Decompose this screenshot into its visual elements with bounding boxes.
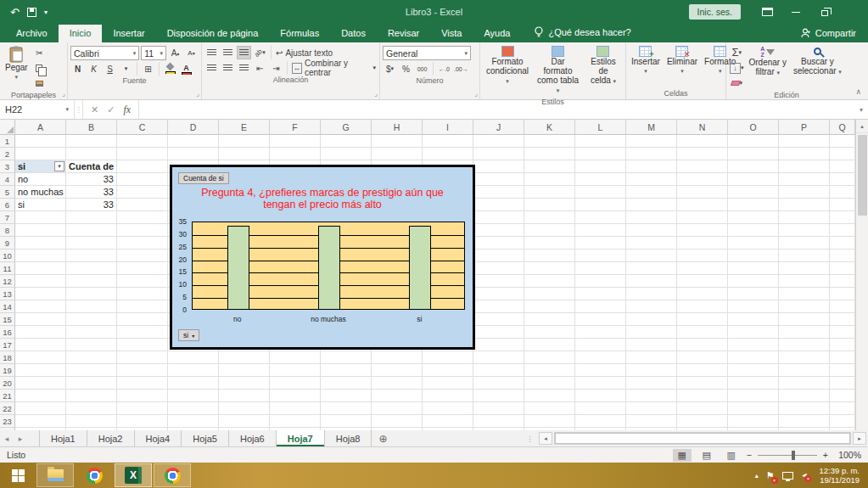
cell-N19[interactable] xyxy=(677,364,728,377)
cell-P18[interactable] xyxy=(779,351,830,364)
shrink-font-button[interactable]: A▾ xyxy=(184,47,199,60)
zoom-slider-thumb[interactable] xyxy=(792,451,795,460)
cell-M2[interactable] xyxy=(626,148,677,160)
tray-hidden-icons-button[interactable]: ▴ xyxy=(755,472,759,480)
cell-J23[interactable] xyxy=(473,415,524,428)
cell-L21[interactable] xyxy=(575,390,626,402)
cell-C22[interactable] xyxy=(117,402,168,415)
taskbar-chrome-2-button[interactable] xyxy=(154,463,191,487)
cell-I23[interactable] xyxy=(423,415,473,428)
row-header-5[interactable]: 5 xyxy=(0,186,15,199)
cell-B15[interactable] xyxy=(66,313,117,326)
align-bottom-button[interactable] xyxy=(237,46,251,59)
horizontal-scroll-thumb[interactable] xyxy=(555,433,850,444)
row-header-17[interactable]: 17 xyxy=(0,339,15,351)
tab-archivo[interactable]: Archivo xyxy=(5,25,59,42)
cell-P21[interactable] xyxy=(779,390,830,402)
cell-O10[interactable] xyxy=(728,250,779,262)
cell-K15[interactable] xyxy=(524,313,575,326)
tell-me-box[interactable]: ¿Qué desea hacer? xyxy=(535,26,630,42)
row-header-23[interactable]: 23 xyxy=(0,415,15,428)
zoom-out-button[interactable]: − xyxy=(747,450,752,460)
cell-B16[interactable] xyxy=(66,326,117,339)
cell-M3[interactable] xyxy=(626,160,677,173)
cell-L12[interactable] xyxy=(575,275,626,288)
cell-J22[interactable] xyxy=(473,402,524,415)
cell-O21[interactable] xyxy=(728,390,779,402)
clipboard-dialog-launcher-icon[interactable]: ⌟ xyxy=(62,90,65,98)
customize-qat-icon[interactable]: ▾ xyxy=(44,8,48,16)
alignment-dialog-launcher-icon[interactable]: ⌟ xyxy=(374,90,378,98)
cell-M20[interactable] xyxy=(626,377,677,390)
row-header-4[interactable]: 4 xyxy=(0,173,15,186)
tab-disposicion[interactable]: Disposición de página xyxy=(156,25,270,42)
cell-A9[interactable] xyxy=(15,237,66,250)
cell-A21[interactable] xyxy=(15,390,66,402)
cell-L15[interactable] xyxy=(575,313,626,326)
row-header-14[interactable]: 14 xyxy=(0,300,15,313)
cell-J11[interactable] xyxy=(473,262,524,275)
bar-no[interactable] xyxy=(227,226,249,309)
number-format-combo[interactable]: General▾ xyxy=(383,46,471,60)
column-header-E[interactable]: E xyxy=(219,120,270,135)
cell-O7[interactable] xyxy=(728,211,779,224)
cell-B21[interactable] xyxy=(66,390,117,402)
cell-K19[interactable] xyxy=(524,364,575,377)
align-center-button[interactable] xyxy=(221,61,235,75)
decrease-indent-button[interactable]: ⇤ xyxy=(253,61,267,75)
column-header-N[interactable]: N xyxy=(677,120,728,135)
hscroll-right-icon[interactable]: ▸ xyxy=(853,432,866,445)
row-header-8[interactable]: 8 xyxy=(0,224,15,237)
cell-J16[interactable] xyxy=(473,326,524,339)
action-center-flag-icon[interactable]: ⚑× xyxy=(766,470,775,481)
cell-O4[interactable] xyxy=(728,173,779,186)
cell-D23[interactable] xyxy=(168,415,219,428)
cell-F19[interactable] xyxy=(270,364,321,377)
column-header-L[interactable]: L xyxy=(575,120,626,135)
column-header-H[interactable]: H xyxy=(372,120,423,135)
cell-I19[interactable] xyxy=(423,364,473,377)
cell-F18[interactable] xyxy=(270,351,321,364)
cell-J10[interactable] xyxy=(473,250,524,262)
cell-J1[interactable] xyxy=(473,135,524,148)
cell-K18[interactable] xyxy=(524,351,575,364)
cell-J24[interactable] xyxy=(473,428,524,430)
cell-B24[interactable] xyxy=(66,428,117,430)
cell-E22[interactable] xyxy=(219,402,270,415)
cell-O23[interactable] xyxy=(728,415,779,428)
cell-J2[interactable] xyxy=(473,148,524,160)
cell-J14[interactable] xyxy=(473,300,524,313)
chart-field-button[interactable]: Cuenta de si xyxy=(178,172,229,184)
cell-Q7[interactable] xyxy=(830,211,855,224)
borders-button[interactable]: ⊞ xyxy=(141,62,155,76)
cell-G22[interactable] xyxy=(321,402,372,415)
network-icon[interactable] xyxy=(782,472,793,480)
cell-O2[interactable] xyxy=(728,148,779,160)
column-header-K[interactable]: K xyxy=(524,120,575,135)
cell-M11[interactable] xyxy=(626,262,677,275)
cell-D19[interactable] xyxy=(168,364,219,377)
row-header-6[interactable]: 6 xyxy=(0,199,15,211)
cell-L11[interactable] xyxy=(575,262,626,275)
cell-F22[interactable] xyxy=(270,402,321,415)
sheet-tab-hoja6[interactable]: Hoja6 xyxy=(229,430,277,446)
cell-A15[interactable] xyxy=(15,313,66,326)
cell-N12[interactable] xyxy=(677,275,728,288)
cell-P15[interactable] xyxy=(779,313,830,326)
align-right-button[interactable] xyxy=(237,61,251,75)
cell-M1[interactable] xyxy=(626,135,677,148)
paste-button[interactable]: Pegar ▾ xyxy=(3,44,31,83)
cell-J19[interactable] xyxy=(473,364,524,377)
cell-A17[interactable] xyxy=(15,339,66,351)
cell-O19[interactable] xyxy=(728,364,779,377)
cell-L1[interactable] xyxy=(575,135,626,148)
cell-C9[interactable] xyxy=(117,237,168,250)
close-button[interactable] xyxy=(839,0,868,24)
cell-L20[interactable] xyxy=(575,377,626,390)
cell-H23[interactable] xyxy=(372,415,423,428)
cell-M24[interactable] xyxy=(626,428,677,430)
insert-cells-button[interactable]: + Insertar ▾ xyxy=(629,44,663,77)
bar-no muchas[interactable] xyxy=(318,226,340,309)
cell-K2[interactable] xyxy=(524,148,575,160)
zoom-in-button[interactable]: + xyxy=(823,450,828,460)
